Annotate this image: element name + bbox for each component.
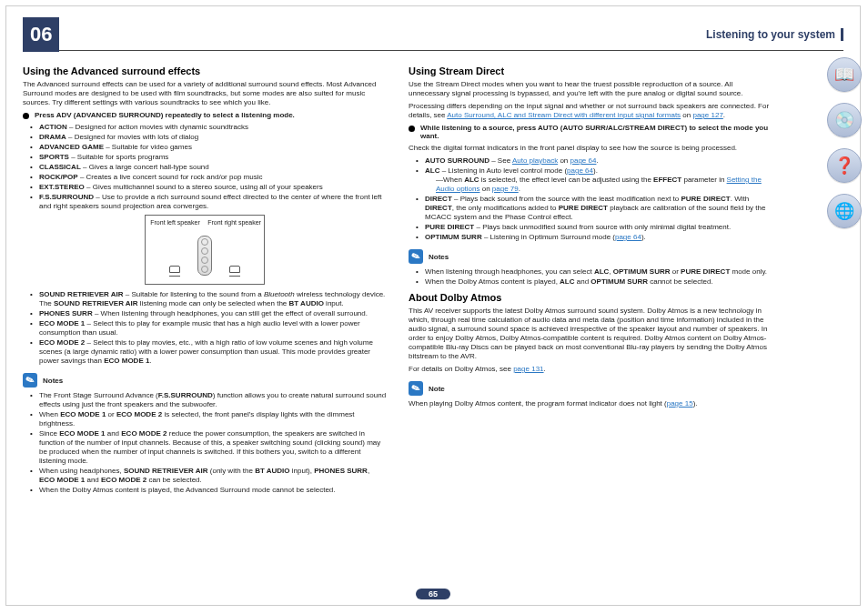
right-column: Using Stream Direct Use the Stream Direc… bbox=[409, 60, 772, 498]
page-number: 65 bbox=[416, 589, 450, 599]
help-icon[interactable]: ❓ bbox=[827, 148, 862, 183]
notes-heading: ✎ Notes bbox=[23, 373, 387, 388]
list-item: PURE DIRECT – Plays back unmodified soun… bbox=[419, 223, 772, 232]
list-item: When using headphones, SOUND RETRIEVER A… bbox=[34, 467, 387, 485]
page-link[interactable]: page 131 bbox=[513, 365, 543, 373]
list-item: ALC – Listening in Auto level control mo… bbox=[419, 166, 772, 194]
left-column: Using the Advanced surround effects The … bbox=[23, 60, 387, 498]
instruction: Press ADV (ADVANCED SURROUND) repeatedly… bbox=[23, 111, 387, 119]
mode-list: AUTO SURROUND – See Auto playback on pag… bbox=[409, 156, 772, 242]
content-columns: Using the Advanced surround effects The … bbox=[23, 60, 843, 498]
link[interactable]: Auto playback bbox=[512, 156, 558, 165]
instruction-text: Press ADV (ADVANCED SURROUND) repeatedly… bbox=[35, 111, 295, 119]
remote-icon bbox=[197, 236, 212, 276]
sub-note: —When ALC is selected, the effect level … bbox=[436, 176, 772, 194]
list-item: Since ECO MODE 1 and ECO MODE 2 reduce t… bbox=[34, 429, 387, 466]
notes-label: Notes bbox=[43, 377, 63, 385]
notes-label: Notes bbox=[429, 253, 449, 261]
list-item: The Front Stage Surround Advance (F.S.SU… bbox=[34, 391, 387, 409]
section-heading: About Dolby Atmos bbox=[409, 292, 772, 303]
instruction: While listening to a source, press AUTO … bbox=[409, 124, 772, 140]
intro-text: Use the Stream Direct modes when you wan… bbox=[409, 80, 772, 98]
list-item: When the Dolby Atmos content is played, … bbox=[34, 486, 387, 495]
speaker-icon bbox=[169, 266, 180, 278]
note-icon: ✎ bbox=[23, 373, 37, 388]
section-heading: Using the Advanced surround effects bbox=[23, 65, 387, 76]
intro-text-2: Processing differs depending on the inpu… bbox=[409, 102, 772, 120]
list-item: ADVANCED GAME – Suitable for video games bbox=[34, 143, 387, 152]
list-item: SOUND RETRIEVER AIR – Suitable for liste… bbox=[34, 290, 387, 308]
list-item: AUTO SURROUND – See Auto playback on pag… bbox=[419, 156, 772, 166]
link[interactable]: Auto Surround, ALC and Stream Direct wit… bbox=[447, 111, 681, 119]
page-link[interactable]: page 64 bbox=[567, 166, 593, 175]
note-heading: ✎ Note bbox=[409, 381, 772, 396]
bullet-icon bbox=[23, 113, 29, 119]
notes-list: When listening through headphones, you c… bbox=[409, 267, 772, 287]
network-icon[interactable]: 🌐 bbox=[827, 194, 862, 228]
page: 06 Listening to your system Using the Ad… bbox=[5, 5, 861, 606]
mode-list-2: SOUND RETRIEVER AIR – Suitable for liste… bbox=[23, 290, 387, 366]
page-link[interactable]: page 64 bbox=[570, 156, 597, 165]
list-item: When listening through headphones, you c… bbox=[419, 267, 772, 277]
list-item: ACTION – Designed for action movies with… bbox=[34, 123, 387, 132]
instruction-text: While listening to a source, press AUTO … bbox=[420, 124, 772, 140]
list-item: F.S.SURROUND – Use to provide a rich sur… bbox=[34, 193, 387, 211]
list-item: ECO MODE 2 – Select this to play movies,… bbox=[34, 338, 387, 366]
list-item: ROCK/POP – Creates a live concert sound … bbox=[34, 173, 387, 182]
atmos-text: This AV receiver supports the latest Dol… bbox=[409, 307, 772, 361]
disc-icon[interactable]: 💿 bbox=[827, 103, 862, 137]
note-icon: ✎ bbox=[409, 249, 423, 264]
intro-text: The Advanced surround effects can be use… bbox=[23, 80, 387, 107]
list-item: SPORTS – Suitable for sports programs bbox=[34, 153, 387, 162]
list-item: PHONES SURR – When listening through hea… bbox=[34, 309, 387, 318]
page-link[interactable]: page 64 bbox=[615, 233, 641, 241]
fig-label-right: Front right speaker bbox=[205, 219, 264, 226]
header-title: Listening to your system bbox=[706, 28, 843, 41]
check-text: Check the digital format indicators in t… bbox=[409, 144, 772, 153]
list-item: CLASSICAL – Gives a large concert hall-t… bbox=[34, 163, 387, 172]
speaker-figure: Front left speaker Front right speaker bbox=[145, 215, 265, 285]
mode-list: ACTION – Designed for action movies with… bbox=[23, 123, 387, 211]
list-item: DRAMA – Designed for movies with lots of… bbox=[34, 133, 387, 142]
list-item: DIRECT – Plays back sound from the sourc… bbox=[419, 195, 772, 222]
atmos-text-2: For details on Dolby Atmos, see page 131… bbox=[409, 365, 772, 374]
notes-list: The Front Stage Surround Advance (F.S.SU… bbox=[23, 391, 387, 495]
page-link[interactable]: page 79 bbox=[492, 185, 519, 193]
list-item: OPTIMUM SURR – Listening in Optimum Surr… bbox=[419, 233, 772, 242]
list-item: When the Dolby Atmos content is played, … bbox=[419, 277, 772, 287]
note-icon: ✎ bbox=[409, 381, 423, 396]
atmos-note: When playing Dolby Atmos content, the pr… bbox=[409, 399, 772, 408]
page-link[interactable]: page 15 bbox=[667, 399, 693, 408]
page-link[interactable]: page 127 bbox=[692, 111, 722, 119]
notes-heading: ✎ Notes bbox=[409, 249, 772, 264]
chapter-badge: 06 bbox=[23, 17, 59, 52]
list-item: When ECO MODE 1 or ECO MODE 2 is selecte… bbox=[34, 410, 387, 428]
speaker-icon bbox=[229, 266, 240, 278]
section-heading: Using Stream Direct bbox=[409, 65, 772, 76]
book-icon[interactable]: 📖 bbox=[827, 57, 862, 92]
bullet-icon bbox=[409, 126, 415, 132]
note-label: Note bbox=[429, 385, 445, 393]
page-header: 06 Listening to your system bbox=[23, 19, 843, 51]
list-item: ECO MODE 1 – Select this to play for exa… bbox=[34, 319, 387, 337]
list-item: EXT.STEREO – Gives multichannel sound to… bbox=[34, 183, 387, 192]
sidebar-icons: 📖 💿 ❓ 🌐 bbox=[827, 57, 862, 228]
fig-label-left: Front left speaker bbox=[146, 219, 205, 226]
